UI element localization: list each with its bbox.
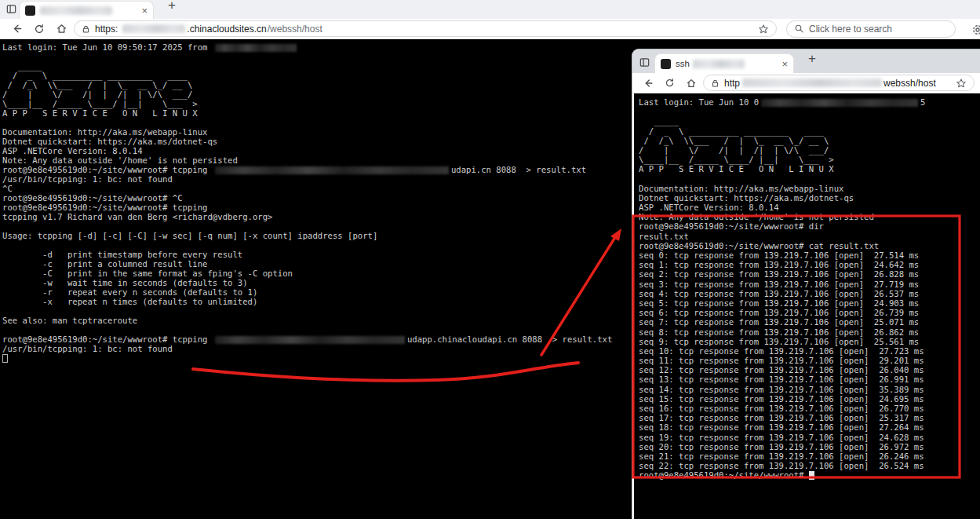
terminal-line bbox=[639, 107, 980, 116]
search-placeholder: Click here to search bbox=[809, 24, 892, 35]
terminal-line: seq 3: tcp response from 139.219.7.106 [… bbox=[639, 280, 980, 289]
tab-actions-icon[interactable] bbox=[639, 57, 650, 68]
terminal-line: / | \/ /| | /| | \/\ ___/ bbox=[639, 145, 980, 155]
terminal-text: udapi.cn 8088 > result.txt bbox=[451, 165, 586, 174]
url-host-redacted bbox=[742, 79, 882, 87]
back-icon[interactable] bbox=[6, 23, 27, 35]
terminal-line: seq 1: tcp response from 139.219.7.106 [… bbox=[639, 260, 980, 269]
browser-tab-main[interactable]: × bbox=[19, 1, 154, 19]
terminal-line: ASP .NETCore Version: 8.0.14 bbox=[639, 203, 980, 212]
terminal-line: result.txt bbox=[639, 232, 980, 241]
terminal-text: Last login: Tue Jun 10 09:50:17 2025 fro… bbox=[2, 42, 213, 52]
terminal-line: \____|__ /_____ \____/ |__| \___ > bbox=[639, 155, 980, 164]
terminal-overlay[interactable]: Last login: Tue Jun 10 05 _____ / _ \ __… bbox=[634, 93, 980, 519]
terminal-line: root@9e8e495619d0:~/site/wwwroot# dir bbox=[639, 221, 980, 231]
terminal-cursor bbox=[2, 354, 8, 363]
terminal-line: seq 8: tcp response from 139.219.7.106 [… bbox=[639, 327, 980, 337]
address-bar[interactable]: http webssh/host bbox=[703, 75, 975, 91]
redacted-text bbox=[215, 166, 449, 174]
terminal-line: root@9e8e495619d0:~/site/wwwroot# bbox=[639, 470, 980, 480]
terminal-line: seq 22: tcp response from 139.219.7.106 … bbox=[639, 461, 980, 470]
redacted-text bbox=[761, 99, 918, 107]
redacted-text bbox=[215, 44, 297, 52]
tab-close-icon[interactable]: × bbox=[781, 59, 788, 69]
terminal-text: root@9e8e495619d0:~/site/wwwroot# tcppin… bbox=[2, 165, 213, 174]
terminal-cursor bbox=[809, 471, 814, 480]
browser-window-overlay: ssh × + http webssh/host bbox=[632, 49, 980, 519]
tab-actions-icon[interactable] bbox=[5, 3, 17, 15]
terminal-line: seq 0: tcp response from 139.219.7.106 [… bbox=[639, 250, 980, 260]
lock-icon bbox=[82, 24, 90, 34]
tab-strip-main: × + bbox=[0, 0, 980, 19]
url-domain: .chinacloudsites.cn bbox=[187, 24, 266, 35]
toolbar-overlay: http webssh/host bbox=[632, 73, 980, 93]
terminal-line: seq 2: tcp response from 139.219.7.106 [… bbox=[639, 269, 980, 279]
terminal-line: seq 19: tcp response from 139.219.7.106 … bbox=[639, 433, 980, 442]
url-path: webssh/host bbox=[883, 78, 936, 89]
terminal-line: seq 16: tcp response from 139.219.7.106 … bbox=[639, 404, 980, 413]
refresh-icon[interactable] bbox=[661, 78, 679, 88]
terminal-text: root@9e8e495619d0:~/site/wwwroot# bbox=[639, 470, 809, 480]
tab-close-icon[interactable]: × bbox=[141, 5, 148, 16]
terminal-line: root@9e8e495619d0:~/site/wwwroot# cat re… bbox=[639, 241, 980, 250]
terminal-line: Last login: Tue Jun 10 05 bbox=[639, 97, 980, 107]
terminal-line: Documentation: http://aka.ms/webapp-linu… bbox=[639, 184, 980, 193]
tab-title-redacted bbox=[693, 60, 745, 68]
toolbar-main: https: .chinacloudsites.cn /webssh/host … bbox=[0, 19, 980, 39]
tab-favicon bbox=[661, 59, 671, 69]
redacted-text bbox=[215, 336, 405, 344]
terminal-line: seq 15: tcp response from 139.219.7.106 … bbox=[639, 394, 980, 404]
home-icon[interactable] bbox=[52, 23, 71, 35]
terminal-line: seq 13: tcp response from 139.219.7.106 … bbox=[639, 375, 980, 384]
terminal-line: seq 17: tcp response from 139.219.7.106 … bbox=[639, 413, 980, 422]
terminal-line: _____ bbox=[639, 116, 980, 126]
terminal-line: Note: Any data outside '/home' is not pe… bbox=[639, 212, 980, 221]
favorite-star-icon[interactable] bbox=[758, 24, 769, 35]
terminal-line: seq 9: tcp response from 139.219.7.106 [… bbox=[639, 337, 980, 346]
terminal-line: seq 5: tcp response from 139.219.7.106 [… bbox=[639, 298, 980, 308]
terminal-line: seq 11: tcp response from 139.219.7.106 … bbox=[639, 356, 980, 365]
terminal-line bbox=[639, 174, 980, 184]
url-host-redacted bbox=[122, 24, 185, 33]
terminal-line: seq 7: tcp response from 139.219.7.106 [… bbox=[639, 317, 980, 327]
terminal-text: udapp.chinacloudapi.cn 8088 > result.txt bbox=[407, 334, 613, 344]
terminal-line: seq 18: tcp response from 139.219.7.106 … bbox=[639, 422, 980, 432]
search-icon bbox=[794, 24, 804, 34]
browser-tab-overlay[interactable]: ssh × bbox=[654, 53, 794, 73]
terminal-text: 5 bbox=[920, 97, 925, 107]
url-scheme: https: bbox=[95, 24, 118, 35]
terminal-line: seq 21: tcp response from 139.219.7.106 … bbox=[639, 451, 980, 461]
terminal-line: seq 14: tcp response from 139.219.7.106 … bbox=[639, 385, 980, 394]
terminal-line: seq 6: tcp response from 139.219.7.106 [… bbox=[639, 308, 980, 317]
terminal-line: seq 12: tcp response from 139.219.7.106 … bbox=[639, 365, 980, 375]
back-icon[interactable] bbox=[639, 78, 658, 89]
tab-favicon bbox=[25, 5, 35, 16]
terminal-line: Dotnet quickstart: https://aka.ms/dotnet… bbox=[639, 193, 980, 203]
address-bar[interactable]: https: .chinacloudsites.cn /webssh/host bbox=[74, 20, 777, 37]
terminal-line: / _ \ __________ _________ ____ bbox=[639, 126, 980, 136]
settings-gear-icon[interactable] bbox=[971, 24, 980, 36]
new-tab-button[interactable]: + bbox=[168, 0, 176, 13]
url-path: /webssh/host bbox=[268, 24, 322, 35]
tab-title: ssh bbox=[676, 59, 690, 68]
screen: × + https: .chinacloudsites.cn /webssh bbox=[0, 0, 980, 519]
home-icon[interactable] bbox=[682, 78, 700, 89]
tab-title-redacted bbox=[40, 6, 112, 15]
terminal-line: / /_\ \\___ / | \_ __ \_/ __ \ bbox=[639, 136, 980, 145]
terminal-line: A P P S E R V I C E O N L I N U X bbox=[639, 164, 980, 174]
terminal-line: seq 4: tcp response from 139.219.7.106 [… bbox=[639, 289, 980, 298]
new-tab-button[interactable]: + bbox=[808, 51, 816, 67]
terminal-text: Last login: Tue Jun 10 0 bbox=[639, 97, 759, 107]
tab-strip-overlay: ssh × + bbox=[632, 49, 980, 73]
terminal-line: seq 10: tcp response from 139.219.7.106 … bbox=[639, 346, 980, 356]
search-box[interactable]: Click here to search bbox=[786, 20, 956, 38]
terminal-text: root@9e8e495619d0:~/site/wwwroot# tcppin… bbox=[2, 334, 213, 344]
url-scheme: http bbox=[724, 78, 740, 89]
lock-icon bbox=[711, 79, 720, 88]
favorite-star-icon[interactable] bbox=[956, 78, 967, 89]
terminal-line: seq 20: tcp response from 139.219.7.106 … bbox=[639, 442, 980, 451]
refresh-icon[interactable] bbox=[30, 24, 49, 35]
